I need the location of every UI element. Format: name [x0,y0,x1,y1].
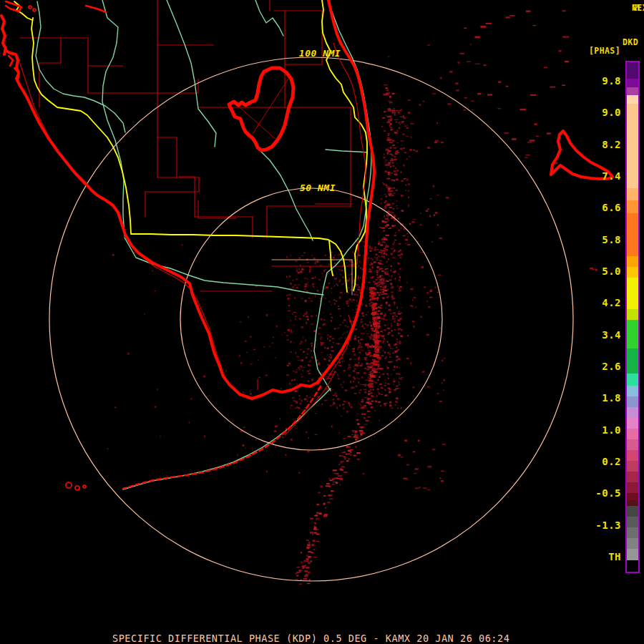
color-scale-tick-label: 3.4 [602,329,621,341]
range-ring-50nmi [180,188,442,450]
product-caption: SPECIFIC DIFFERENTIAL PHASE (KDP) 0.5 DE… [112,633,509,644]
color-scale-segment [627,418,638,429]
small-island [33,9,36,11]
range-rings [49,57,573,581]
color-scale-segment [627,386,638,396]
color-scale-segment [627,527,638,538]
color-scale-segment [627,429,638,439]
color-scale-segment [627,278,638,309]
color-scale-segment [627,104,638,188]
color-scale-tick-label: 7.4 [602,170,621,182]
coast-detail-lines [18,43,366,435]
county-boundaries [20,0,356,390]
color-scale-tick-label: 6.6 [602,202,621,213]
color-scale-tick-label: -1.3 [595,519,621,531]
color-scale-tick-label: -0.5 [595,487,621,499]
color-scale-segment [627,506,638,517]
color-scale-segment [627,472,638,482]
color-scale-segment [627,439,638,450]
radar-speckles [107,10,597,585]
color-scale-segment [627,407,638,418]
color-scale-tick-label: 5.8 [602,234,621,245]
color-scale-segment [627,482,638,493]
radar-map [0,0,644,644]
color-scale-segment [627,450,638,461]
color-scale-tick-label: 1.0 [602,424,621,436]
color-scale-tick-label: 9.8 [602,75,621,87]
color-scale-segment [627,374,638,386]
color-scale-segment [627,517,638,527]
small-island [66,482,72,488]
color-scale-segment [627,500,638,506]
color-scale-tick-label: 0.2 [602,456,621,467]
color-scale-segment [627,493,638,500]
small-island [75,486,79,490]
color-scale-tick-label: 1.8 [602,392,621,404]
yellow-highways [14,0,367,292]
color-scale-segment [627,95,638,104]
color-scale-tick-label: 5.0 [602,265,621,277]
radar-app-window: NEXLAB-College of DuPage DKD [PHAS] 9.89… [0,0,644,644]
color-scale-segment [627,213,638,256]
color-scale-segment [627,549,638,560]
color-scale-tick-label: 2.6 [602,361,621,372]
product-code-label: DKD [623,37,638,47]
county-boundaries-alt [272,260,352,295]
color-scale-tick-label: 9.0 [602,107,621,118]
color-scale-segment [627,267,638,278]
color-scale-tick-label: TH [608,551,621,562]
small-island [83,485,86,488]
color-scale-segment [627,396,638,407]
range-ring-50nmi-label: 50 NMI [300,182,336,193]
color-scale-segment [627,309,638,320]
site-title: NEXLAB-College of DuPage [632,3,644,13]
color-scale-segment [627,461,638,472]
color-scale-segment [627,256,638,267]
product-units-label: [PHAS] [589,46,620,56]
color-scale-segment [627,560,638,570]
color-scale-tick-label: 8.2 [602,139,621,150]
coastline [1,0,613,490]
range-ring-100nmi-label: 100 NMI [299,48,341,59]
color-scale-segment [627,320,638,348]
color-scale-segment [627,188,638,200]
color-scale-segment [627,79,638,87]
color-scale-segment [627,62,638,79]
color-scale-segment [627,200,638,213]
color-scale-segment [627,87,638,95]
color-scale-bar [625,61,640,573]
range-ring-100nmi [49,57,573,581]
small-island [29,6,31,9]
color-scale-tick-label: 4.2 [602,297,621,308]
header: NEXLAB-College of DuPage [632,4,640,12]
color-scale-segment [627,348,638,374]
color-scale-segment [627,538,638,549]
